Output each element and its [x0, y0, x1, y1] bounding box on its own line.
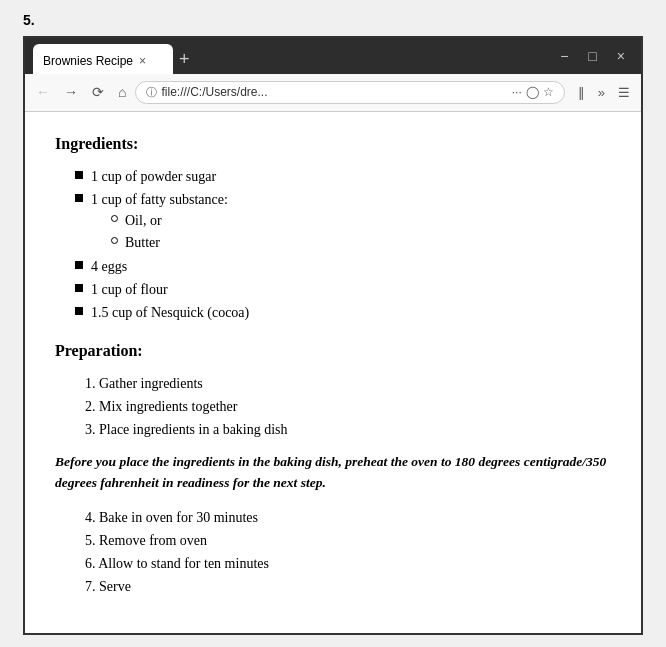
- ordered-list-1: 1. Gather ingredients 2. Mix ingredients…: [85, 373, 611, 440]
- list-item: 2. Mix ingredients together: [85, 396, 611, 417]
- step-text: 4. Bake in oven for 30 minutes: [85, 510, 258, 525]
- page-wrapper: 5. Brownies Recipe × + − □ × ← → ⟳ ⌂: [23, 2, 643, 646]
- step-text: 2. Mix ingredients together: [85, 399, 237, 414]
- sub-item-text: Butter: [125, 232, 160, 253]
- bullet-icon: [75, 194, 83, 202]
- list-item: 4. Bake in oven for 30 minutes: [85, 507, 611, 528]
- tab-title: Brownies Recipe: [43, 54, 133, 68]
- step-text: 7. Serve: [85, 579, 131, 594]
- ordered-list-2: 4. Bake in oven for 30 minutes 5. Remove…: [85, 507, 611, 597]
- sub-list-item: Butter: [111, 232, 228, 253]
- address-dots: ···: [512, 85, 522, 99]
- sub-item-text: Oil, or: [125, 210, 162, 231]
- list-item: 1 cup of powder sugar: [75, 166, 611, 187]
- tab-close-icon[interactable]: ×: [139, 54, 146, 68]
- bullet-icon: [75, 171, 83, 179]
- bullet-icon: [75, 261, 83, 269]
- browser-content: Ingredients: 1 cup of powder sugar 1 cup…: [25, 112, 641, 634]
- new-tab-button[interactable]: +: [179, 49, 190, 70]
- bullet-icon: [75, 307, 83, 315]
- preparation-heading: Preparation:: [55, 339, 611, 363]
- step-text: 5. Remove from oven: [85, 533, 207, 548]
- forward-button[interactable]: →: [59, 82, 83, 102]
- address-bar[interactable]: ⓘ file:///C:/Users/dre... ··· ◯ ☆: [135, 81, 564, 104]
- menu-button[interactable]: ☰: [613, 82, 635, 103]
- list-item: 6. Allow to stand for ten minutes: [85, 553, 611, 574]
- circle-bullet-icon: [111, 215, 118, 222]
- browser-window: Brownies Recipe × + − □ × ← → ⟳ ⌂ ⓘ file…: [23, 36, 643, 636]
- ingredient-text: 1.5 cup of Nesquick (cocoa): [91, 302, 249, 323]
- list-item: 3. Place ingredients in a baking dish: [85, 419, 611, 440]
- circle-bullet-icon: [111, 237, 118, 244]
- nav-bar: ← → ⟳ ⌂ ⓘ file:///C:/Users/dre... ··· ◯ …: [25, 74, 641, 112]
- refresh-button[interactable]: ⟳: [87, 82, 109, 102]
- title-bar: Brownies Recipe × + − □ ×: [25, 38, 641, 74]
- question-number: 5.: [23, 12, 643, 28]
- window-controls: − □ ×: [552, 38, 641, 74]
- bullet-icon: [75, 284, 83, 292]
- ingredients-list: 1 cup of powder sugar 1 cup of fatty sub…: [75, 166, 611, 323]
- star-icon[interactable]: ☆: [543, 85, 554, 99]
- back-button[interactable]: ←: [31, 82, 55, 102]
- maximize-button[interactable]: □: [580, 38, 604, 74]
- collections-button[interactable]: ‖: [573, 82, 590, 103]
- step-text: 6. Allow to stand for ten minutes: [85, 556, 269, 571]
- more-tools-button[interactable]: »: [593, 82, 610, 103]
- tab-bar: Brownies Recipe × +: [25, 38, 552, 74]
- list-item: 5. Remove from oven: [85, 530, 611, 551]
- sub-list-item: Oil, or: [111, 210, 228, 231]
- list-item: 1 cup of fatty substance: Oil, or Butter: [75, 189, 611, 254]
- list-item: 7. Serve: [85, 576, 611, 597]
- secure-icon: ⓘ: [146, 85, 157, 100]
- fatty-substance-item: 1 cup of fatty substance: Oil, or Butter: [91, 189, 228, 254]
- fatty-substance-text: 1 cup of fatty substance:: [91, 192, 228, 207]
- list-item: 4 eggs: [75, 256, 611, 277]
- address-text: file:///C:/Users/dre...: [161, 85, 507, 99]
- ingredient-text: 1 cup of flour: [91, 279, 168, 300]
- shield-icon: ◯: [526, 85, 539, 99]
- list-item: 1.5 cup of Nesquick (cocoa): [75, 302, 611, 323]
- preparation-section: Preparation: 1. Gather ingredients 2. Mi…: [55, 339, 611, 598]
- active-tab[interactable]: Brownies Recipe ×: [33, 44, 173, 74]
- nav-right-buttons: ‖ » ☰: [573, 82, 635, 103]
- ingredient-text: 1 cup of powder sugar: [91, 166, 216, 187]
- step-text: 1. Gather ingredients: [85, 376, 203, 391]
- sub-list: Oil, or Butter: [111, 210, 228, 253]
- list-item: 1 cup of flour: [75, 279, 611, 300]
- list-item: 1. Gather ingredients: [85, 373, 611, 394]
- ingredient-text: 4 eggs: [91, 256, 127, 277]
- minimize-button[interactable]: −: [552, 38, 576, 74]
- home-button[interactable]: ⌂: [113, 82, 131, 102]
- italic-note: Before you place the ingredients in the …: [55, 452, 611, 494]
- ingredients-heading: Ingredients:: [55, 132, 611, 156]
- close-button[interactable]: ×: [609, 38, 633, 74]
- step-text: 3. Place ingredients in a baking dish: [85, 422, 288, 437]
